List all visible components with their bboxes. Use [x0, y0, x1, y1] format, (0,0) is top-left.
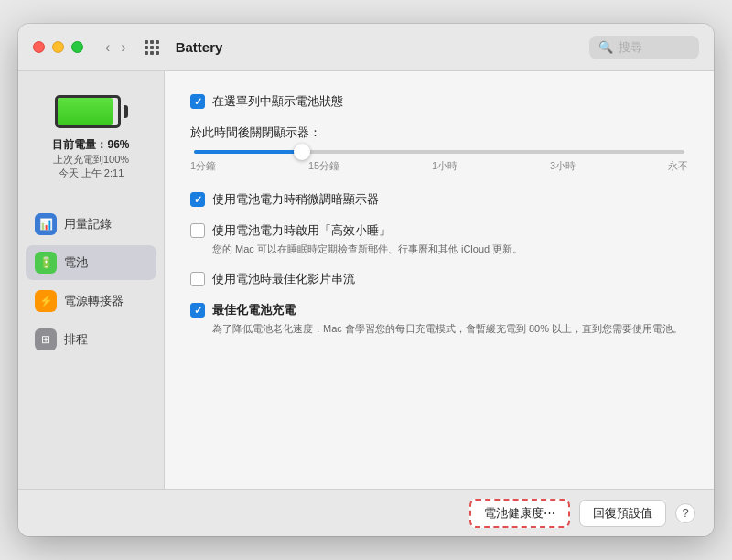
- search-icon: 🔍: [598, 40, 613, 54]
- sidebar-item-usage-label: 用量記錄: [64, 216, 112, 232]
- battery-icon: [55, 93, 128, 130]
- tick-1hour: 1小時: [432, 159, 458, 173]
- battery-status: 目前電量：96% 上次充電到100% 今天 上午 2:11: [26, 86, 156, 188]
- video-streaming-checkbox[interactable]: [190, 272, 205, 286]
- tick-never: 永不: [668, 159, 688, 173]
- display-off-slider-container: [190, 150, 688, 154]
- battery-percent: 目前電量：96%: [52, 137, 129, 153]
- show-in-menu-label: 在選單列中顯示電池狀態: [212, 93, 343, 110]
- titlebar: ‹ › Battery 🔍 搜尋: [18, 24, 714, 71]
- sidebar-item-battery-label: 電池: [64, 254, 88, 271]
- show-in-menu-checkbox-wrap[interactable]: 在選單列中顯示電池狀態: [190, 93, 343, 110]
- power-nap-label: 使用電池電力時啟用「高效小睡」: [212, 222, 391, 239]
- optimize-charging-row: 最佳化電池充電 為了降低電池老化速度，Mac 會學習您的每日充電模式，會暫緩充電…: [190, 302, 688, 336]
- tick-15min: 15分鐘: [308, 159, 339, 173]
- slider-thumb[interactable]: [294, 144, 310, 160]
- back-button[interactable]: ‹: [102, 38, 113, 58]
- bottom-bar: 電池健康度⋯ 回復預設值 ?: [18, 489, 714, 536]
- minimize-button[interactable]: [52, 41, 64, 53]
- power-nap-sublabel: 您的 Mac 可以在睡眠時定期檢查新郵件、行事曆和其他 iCloud 更新。: [212, 242, 688, 256]
- help-button[interactable]: ?: [675, 503, 695, 523]
- sidebar-item-schedule[interactable]: ⊞ 排程: [26, 322, 156, 357]
- slider-ticks: 1分鐘 15分鐘 1小時 3小時 永不: [190, 159, 688, 173]
- optimize-charging-label: 最佳化電池充電: [212, 302, 296, 318]
- show-in-menu-row: 在選單列中顯示電池狀態: [190, 93, 688, 110]
- battery-health-button[interactable]: 電池健康度⋯: [469, 499, 570, 528]
- reset-defaults-button[interactable]: 回復預設值: [579, 500, 666, 527]
- tick-1min: 1分鐘: [190, 159, 216, 173]
- adapter-icon: ⚡: [35, 290, 57, 312]
- window-title: Battery: [176, 39, 223, 55]
- battery-fill: [58, 98, 113, 125]
- battery-body: [55, 95, 121, 128]
- battery-time: 今天 上午 2:11: [59, 167, 124, 180]
- usage-icon: 📊: [35, 213, 57, 235]
- dim-display-checkbox[interactable]: [190, 192, 205, 207]
- display-off-label: 於此時間後關閉顯示器：: [190, 124, 688, 141]
- nav-buttons: ‹ ›: [102, 38, 130, 58]
- forward-button[interactable]: ›: [117, 38, 129, 58]
- optimize-charging-sublabel: 為了降低電池老化速度，Mac 會學習您的每日充電模式，會暫緩充電到 80% 以上…: [212, 322, 688, 336]
- sidebar: 目前電量：96% 上次充電到100% 今天 上午 2:11 📊 用量記錄 🔋 電…: [18, 71, 165, 489]
- video-streaming-checkbox-wrap[interactable]: 使用電池時最佳化影片串流: [190, 271, 355, 287]
- sidebar-item-usage[interactable]: 📊 用量記錄: [26, 207, 156, 242]
- optimize-charging-checkbox-wrap[interactable]: 最佳化電池充電: [190, 302, 688, 318]
- video-streaming-row: 使用電池時最佳化影片串流: [190, 271, 688, 287]
- optimize-charging-checkbox[interactable]: [190, 303, 205, 318]
- sidebar-item-adapter[interactable]: ⚡ 電源轉接器: [26, 284, 156, 318]
- sidebar-item-adapter-label: 電源轉接器: [64, 293, 124, 309]
- sidebar-item-battery[interactable]: 🔋 電池: [26, 245, 156, 280]
- close-button[interactable]: [33, 41, 45, 53]
- sidebar-item-schedule-label: 排程: [64, 331, 88, 348]
- dim-display-label: 使用電池電力時稍微調暗顯示器: [212, 191, 379, 208]
- power-nap-checkbox-wrap[interactable]: 使用電池電力時啟用「高效小睡」: [190, 222, 688, 239]
- power-nap-checkbox[interactable]: [190, 223, 205, 238]
- battery-sidebar-icon: 🔋: [35, 252, 57, 274]
- dim-display-checkbox-wrap[interactable]: 使用電池電力時稍微調暗顯示器: [190, 191, 379, 208]
- show-in-menu-checkbox[interactable]: [190, 94, 205, 109]
- tick-3hour: 3小時: [550, 159, 576, 173]
- video-streaming-label: 使用電池時最佳化影片串流: [212, 271, 355, 287]
- dim-display-row: 使用電池電力時稍微調暗顯示器: [190, 191, 688, 208]
- schedule-icon: ⊞: [35, 328, 57, 350]
- slider-track: [194, 150, 684, 154]
- content-panel: 在選單列中顯示電池狀態 於此時間後關閉顯示器： 1分鐘 15分鐘 1小時 3小時…: [165, 71, 714, 489]
- display-off-section: 於此時間後關閉顯示器： 1分鐘 15分鐘 1小時 3小時 永不: [190, 124, 688, 173]
- grid-icon[interactable]: [145, 40, 159, 55]
- main-window: ‹ › Battery 🔍 搜尋: [18, 24, 714, 536]
- main-area: 目前電量：96% 上次充電到100% 今天 上午 2:11 📊 用量記錄 🔋 電…: [18, 71, 714, 489]
- search-placeholder: 搜尋: [619, 39, 642, 56]
- maximize-button[interactable]: [71, 41, 83, 53]
- power-nap-row: 使用電池電力時啟用「高效小睡」 您的 Mac 可以在睡眠時定期檢查新郵件、行事曆…: [190, 222, 688, 256]
- search-bar[interactable]: 🔍 搜尋: [589, 36, 699, 59]
- battery-tip: [124, 105, 128, 118]
- battery-charge: 上次充電到100%: [53, 153, 129, 167]
- traffic-lights: [33, 41, 83, 53]
